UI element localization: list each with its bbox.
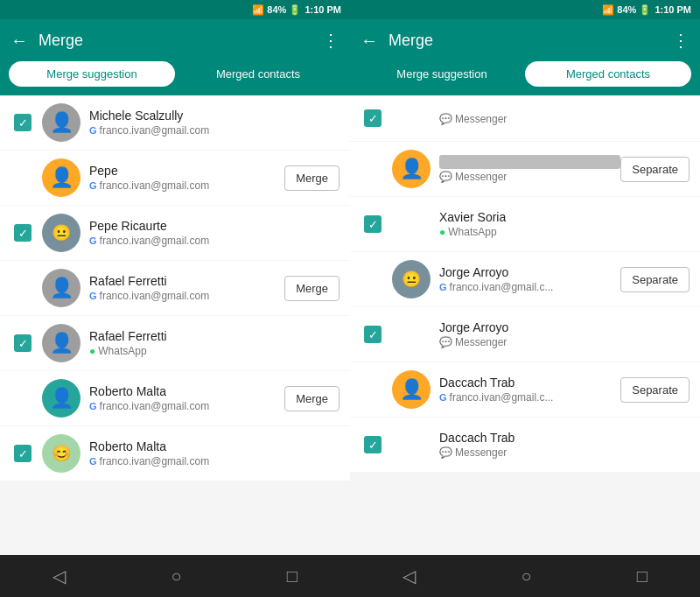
messenger-icon-r5: 💬 [439, 336, 452, 348]
contact-name-2: Pepe [89, 164, 284, 178]
contact-sub-4: G franco.ivan@gmail.com [89, 290, 284, 302]
avatar-6: 👤 [42, 379, 80, 418]
contact-list-right: ✓ 💬 Messenger 👤 ██████ ███ 💬 Messen [350, 95, 700, 555]
checkbox-1[interactable]: ✓ [10, 114, 35, 131]
contact-sub-r1: 💬 Messenger [439, 113, 690, 125]
checkbox-r7[interactable]: ✓ [360, 436, 385, 453]
contact-info-7: Roberto Malta G franco.ivan@gmail.com [89, 439, 340, 467]
avatar-4: 👤 [42, 269, 80, 307]
list-item: ✓ 😐 Pepe Ricaurte G franco.ivan@gmail.co… [0, 206, 350, 260]
contact-name-r7: Daccach Trab [439, 431, 690, 445]
contact-name-1: Michele Scalzully [89, 109, 340, 123]
status-bar-left: 📶 84% 🔋 1:10 PM [0, 0, 350, 19]
list-item: 😐 Jorge Arroyo G franco.ivan@gmail.c... … [350, 252, 700, 306]
tab-merged-contacts-left[interactable]: Merged contacts [175, 61, 341, 87]
page-title-left: Merge [38, 32, 322, 50]
checkbox-3[interactable]: ✓ [10, 224, 35, 242]
contact-name-4: Rafael Ferretti [89, 274, 284, 288]
top-bar-right: ← Merge ⋮ [350, 19, 700, 61]
more-button-left[interactable]: ⋮ [322, 30, 340, 51]
messenger-icon-r7: 💬 [439, 446, 452, 459]
contact-list-left: ✓ 👤 Michele Scalzully G franco.ivan@gmai… [0, 95, 350, 555]
contact-sub-7: G franco.ivan@gmail.com [89, 455, 340, 467]
contact-name-r6: Daccach Trab [439, 376, 620, 390]
back-button-left[interactable]: ← [10, 31, 28, 51]
google-icon-7: G [89, 456, 97, 467]
list-item: ✓ 😊 Roberto Malta G franco.ivan@gmail.co… [0, 426, 350, 481]
checkbox-r5[interactable]: ✓ [360, 326, 385, 343]
contact-info-r7: Daccach Trab 💬 Messenger [439, 431, 690, 459]
messenger-icon-r1: 💬 [439, 113, 452, 125]
status-time-right: 1:10 PM [654, 4, 691, 15]
list-item: ✓ Xavier Soria ● WhatsApp [350, 197, 700, 251]
contact-sub-r4: G franco.ivan@gmail.c... [439, 281, 620, 293]
contact-sub-1: G franco.ivan@gmail.com [89, 124, 340, 137]
avatar-1: 👤 [42, 103, 80, 142]
messenger-icon-r2: 💬 [439, 171, 452, 183]
separate-button-r6[interactable]: Separate [620, 377, 690, 403]
back-button-right[interactable]: ← [360, 31, 378, 51]
checkbox-7[interactable]: ✓ [10, 445, 35, 462]
nav-recents-right[interactable]: □ [637, 566, 648, 586]
nav-back-left[interactable]: ◁ [52, 565, 66, 586]
nav-home-right[interactable]: ○ [521, 566, 531, 586]
google-icon-2: G [89, 180, 97, 191]
status-icons-right: 📶 84% 🔋 [602, 4, 651, 16]
list-item: 👤 Roberto Malta G franco.ivan@gmail.com … [0, 371, 350, 425]
nav-back-right[interactable]: ◁ [402, 565, 416, 586]
merge-button-4[interactable]: Merge [284, 276, 340, 301]
bottom-nav-right: ◁ ○ □ [350, 555, 700, 597]
top-bar-left: ← Merge ⋮ [0, 19, 350, 61]
whatsapp-icon-5: ● [89, 345, 95, 357]
checkbox-r3[interactable]: ✓ [360, 215, 385, 233]
contact-sub-r3: ● WhatsApp [439, 226, 690, 238]
more-button-right[interactable]: ⋮ [672, 30, 690, 51]
google-icon-4: G [89, 291, 97, 301]
avatar-r6: 👤 [392, 370, 430, 409]
list-item: ✓ Jorge Arroyo 💬 Messenger [350, 307, 700, 362]
list-item: ✓ 💬 Messenger [350, 95, 700, 141]
contact-info-r1: 💬 Messenger [439, 111, 690, 125]
contact-info-4: Rafael Ferretti G franco.ivan@gmail.com [89, 274, 284, 302]
contact-info-r4: Jorge Arroyo G franco.ivan@gmail.c... [439, 265, 620, 293]
merge-button-2[interactable]: Merge [284, 165, 340, 191]
tab-merge-suggestion-right[interactable]: Merge suggestion [359, 61, 525, 87]
tab-bar-left: Merge suggestion Merged contacts [0, 61, 350, 95]
google-icon-r4: G [439, 282, 447, 292]
contact-sub-3: G franco.ivan@gmail.com [89, 235, 340, 247]
contact-info-5: Rafael Ferretti ● WhatsApp [89, 329, 340, 357]
nav-recents-left[interactable]: □ [287, 566, 298, 586]
merge-button-6[interactable]: Merge [284, 386, 340, 411]
contact-name-5: Rafael Ferretti [89, 329, 340, 343]
google-icon-r6: G [439, 392, 447, 403]
avatar-3: 😐 [42, 214, 80, 252]
contact-sub-2: G franco.ivan@gmail.com [89, 179, 284, 192]
contact-sub-r7: 💬 Messenger [439, 446, 690, 459]
status-bar-right: 📶 84% 🔋 1:10 PM [350, 0, 700, 19]
contact-name-3: Pepe Ricaurte [89, 219, 340, 233]
contact-name-7: Roberto Malta [89, 439, 340, 453]
list-item: ✓ 👤 Rafael Ferretti ● WhatsApp [0, 316, 350, 370]
contact-name-r4: Jorge Arroyo [439, 265, 620, 279]
list-item: 👤 ██████ ███ 💬 Messenger Separate [350, 142, 700, 196]
contact-info-r6: Daccach Trab G franco.ivan@gmail.c... [439, 376, 620, 404]
right-screen: 📶 84% 🔋 1:10 PM ← Merge ⋮ Merge suggesti… [350, 0, 700, 597]
nav-home-left[interactable]: ○ [171, 566, 181, 586]
bottom-nav-left: ◁ ○ □ [0, 555, 350, 597]
contact-sub-5: ● WhatsApp [89, 345, 340, 357]
contact-info-3: Pepe Ricaurte G franco.ivan@gmail.com [89, 219, 340, 247]
separate-button-r2[interactable]: Separate [620, 157, 690, 182]
tab-bar-right: Merge suggestion Merged contacts [350, 61, 700, 95]
status-time-left: 1:10 PM [304, 4, 341, 15]
left-screen: 📶 84% 🔋 1:10 PM ← Merge ⋮ Merge suggesti… [0, 0, 350, 597]
list-item: 👤 Rafael Ferretti G franco.ivan@gmail.co… [0, 261, 350, 315]
checkbox-5[interactable]: ✓ [10, 334, 35, 352]
tab-merge-suggestion-left[interactable]: Merge suggestion [9, 61, 175, 87]
checkbox-r1[interactable]: ✓ [360, 109, 385, 127]
separate-button-r4[interactable]: Separate [620, 267, 690, 292]
contact-info-1: Michele Scalzully G franco.ivan@gmail.co… [89, 109, 340, 137]
contact-sub-r5: 💬 Messenger [439, 336, 690, 348]
tab-merged-contacts-right[interactable]: Merged contacts [525, 61, 691, 87]
contact-info-r2: ██████ ███ 💬 Messenger [439, 155, 620, 183]
status-icons-left: 📶 84% 🔋 [252, 4, 301, 16]
